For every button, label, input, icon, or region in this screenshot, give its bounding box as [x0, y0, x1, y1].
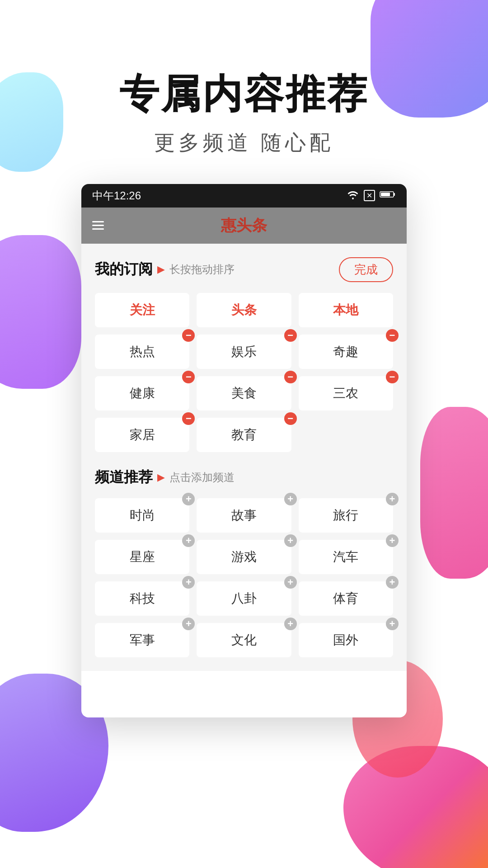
- channel-label: 娱乐: [231, 343, 257, 360]
- subscription-channel-10[interactable]: 教育−: [197, 418, 291, 452]
- minus-badge-icon[interactable]: −: [182, 371, 195, 383]
- channel-label: 本地: [333, 302, 358, 319]
- subscription-channel-0[interactable]: 关注: [95, 293, 189, 327]
- close-icon: ✕: [364, 190, 375, 201]
- channel-label: 八卦: [231, 590, 257, 607]
- channel-label: 三农: [333, 385, 358, 402]
- recommend-channel-8[interactable]: 体育+: [299, 581, 393, 616]
- subscription-channel-grid: 关注头条本地热点−娱乐−奇趣−健康−美食−三农−家居−教育−: [95, 293, 393, 452]
- channel-label: 科技: [130, 590, 155, 607]
- minus-badge-icon[interactable]: −: [386, 371, 399, 383]
- minus-badge-icon[interactable]: −: [284, 412, 297, 425]
- minus-badge-icon[interactable]: −: [182, 329, 195, 342]
- channel-label: 美食: [231, 385, 257, 402]
- subscription-hint: 长按拖动排序: [169, 262, 235, 277]
- menu-icon[interactable]: [92, 221, 104, 230]
- app-title: 惠头条: [221, 215, 267, 236]
- content-area: 我的订阅 ▶ 长按拖动排序 完成 关注头条本地热点−娱乐−奇趣−健康−美食−三农…: [81, 244, 407, 671]
- plus-badge-icon[interactable]: +: [284, 534, 297, 547]
- recommend-channel-3[interactable]: 星座+: [95, 540, 189, 574]
- plus-badge-icon[interactable]: +: [284, 493, 297, 505]
- channel-label: 奇趣: [333, 343, 358, 360]
- app-header: 惠头条: [81, 208, 407, 244]
- plus-badge-icon[interactable]: +: [386, 576, 399, 589]
- channel-label: 家居: [130, 426, 155, 443]
- channel-label: 汽车: [333, 548, 358, 566]
- channel-label: 国外: [333, 632, 358, 649]
- bg-blob-right-pink: [420, 407, 488, 579]
- subscription-channel-3[interactable]: 热点−: [95, 335, 189, 369]
- recommend-channel-4[interactable]: 游戏+: [197, 540, 291, 574]
- status-bar: 中午12:26 ✕: [81, 184, 407, 208]
- minus-badge-icon[interactable]: −: [386, 329, 399, 342]
- minus-badge-icon[interactable]: −: [284, 329, 297, 342]
- channel-label: 星座: [130, 548, 155, 566]
- svg-rect-1: [394, 193, 395, 196]
- subscription-arrow-icon: ▶: [157, 264, 165, 275]
- subscription-channel-5[interactable]: 奇趣−: [299, 335, 393, 369]
- plus-badge-icon[interactable]: +: [182, 534, 195, 547]
- channel-label: 军事: [130, 632, 155, 649]
- plus-badge-icon[interactable]: +: [182, 576, 195, 589]
- recommend-title: 频道推荐: [95, 467, 153, 487]
- subscription-title: 我的订阅: [95, 259, 153, 279]
- bg-blob-left-purple: [0, 235, 81, 389]
- recommend-channel-10[interactable]: 文化+: [197, 623, 291, 657]
- plus-badge-icon[interactable]: +: [182, 493, 195, 505]
- recommend-channel-1[interactable]: 故事+: [197, 498, 291, 533]
- battery-icon: [380, 190, 396, 201]
- channel-label: 关注: [130, 302, 155, 319]
- plus-badge-icon[interactable]: +: [386, 618, 399, 630]
- plus-badge-icon[interactable]: +: [284, 618, 297, 630]
- svg-rect-2: [381, 193, 390, 196]
- recommend-hint: 点击添加频道: [169, 470, 235, 485]
- subscription-channel-7[interactable]: 美食−: [197, 376, 291, 410]
- channel-label: 故事: [231, 507, 257, 524]
- recommend-channel-9[interactable]: 军事+: [95, 623, 189, 657]
- channel-label: 时尚: [130, 507, 155, 524]
- plus-badge-icon[interactable]: +: [182, 618, 195, 630]
- main-title: 专属内容推荐: [0, 72, 488, 116]
- subscription-section-header: 我的订阅 ▶ 长按拖动排序 完成: [95, 257, 393, 282]
- recommend-channel-0[interactable]: 时尚+: [95, 498, 189, 533]
- status-time: 中午12:26: [92, 189, 141, 203]
- channel-label: 热点: [130, 343, 155, 360]
- recommend-channel-7[interactable]: 八卦+: [197, 581, 291, 616]
- channel-label: 旅行: [333, 507, 358, 524]
- plus-badge-icon[interactable]: +: [386, 534, 399, 547]
- recommend-channel-6[interactable]: 科技+: [95, 581, 189, 616]
- bg-blob-bottom-right-pink: [343, 746, 488, 868]
- subscription-channel-9[interactable]: 家居−: [95, 418, 189, 452]
- sub-title: 更多频道 随心配: [0, 129, 488, 157]
- status-right: ✕: [347, 189, 396, 202]
- subscription-channel-8[interactable]: 三农−: [299, 376, 393, 410]
- recommend-channel-11[interactable]: 国外+: [299, 623, 393, 657]
- plus-badge-icon[interactable]: +: [386, 493, 399, 505]
- subscription-channel-6[interactable]: 健康−: [95, 376, 189, 410]
- recommend-channel-2[interactable]: 旅行+: [299, 498, 393, 533]
- channel-label: 体育: [333, 590, 358, 607]
- subscription-channel-4[interactable]: 娱乐−: [197, 335, 291, 369]
- header-section: 专属内容推荐 更多频道 随心配: [0, 0, 488, 157]
- recommend-arrow-icon: ▶: [157, 472, 165, 483]
- plus-badge-icon[interactable]: +: [284, 576, 297, 589]
- channel-label: 教育: [231, 426, 257, 443]
- recommend-channel-5[interactable]: 汽车+: [299, 540, 393, 574]
- minus-badge-icon[interactable]: −: [284, 371, 297, 383]
- subscription-channel-1[interactable]: 头条: [197, 293, 291, 327]
- channel-label: 健康: [130, 385, 155, 402]
- channel-label: 头条: [231, 302, 257, 319]
- minus-badge-icon[interactable]: −: [182, 412, 195, 425]
- done-button[interactable]: 完成: [339, 257, 393, 282]
- phone-mockup: 中午12:26 ✕ 惠头条: [81, 184, 407, 717]
- section-divider: [95, 457, 393, 467]
- recommend-channel-grid: 时尚+故事+旅行+星座+游戏+汽车+科技+八卦+体育+军事+文化+国外+: [95, 498, 393, 657]
- recommend-section-header: 频道推荐 ▶ 点击添加频道: [95, 467, 393, 487]
- subscription-channel-2[interactable]: 本地: [299, 293, 393, 327]
- channel-label: 游戏: [231, 548, 257, 566]
- channel-label: 文化: [231, 632, 257, 649]
- wifi-icon: [347, 189, 359, 202]
